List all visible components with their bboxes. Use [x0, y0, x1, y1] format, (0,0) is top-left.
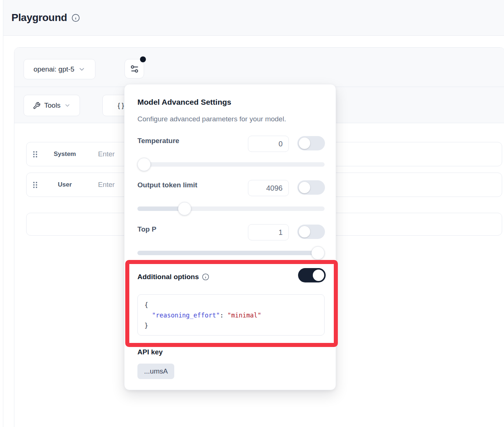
toggle-knob — [299, 182, 310, 193]
top-p-label: Top P — [137, 225, 156, 233]
slider-knob[interactable] — [311, 246, 325, 260]
additional-options-text: Additional options — [137, 273, 199, 281]
drag-handle-icon[interactable] — [32, 181, 38, 189]
model-advanced-settings-button[interactable] — [125, 59, 144, 79]
temperature-slider[interactable] — [137, 158, 325, 171]
wrench-icon — [33, 102, 41, 110]
sliders-icon — [130, 64, 139, 74]
code-line: } — [144, 320, 318, 331]
message-input[interactable]: Enter — [98, 181, 115, 189]
tools-button[interactable]: Tools — [24, 95, 80, 116]
chevron-down-icon — [78, 66, 85, 73]
slider-track — [137, 162, 325, 167]
info-icon[interactable] — [202, 273, 209, 281]
model-toolbar: openai: gpt-5 — [14, 48, 504, 87]
additional-options-json-editor[interactable]: { "reasoning_effort": "minimal" } — [137, 294, 325, 336]
toggle-knob — [299, 226, 310, 237]
slider-fill — [137, 206, 185, 211]
code-line: { — [144, 300, 318, 310]
additional-options-toggle[interactable] — [298, 268, 326, 282]
toggle-knob — [299, 138, 310, 149]
temperature-toggle[interactable] — [297, 136, 325, 150]
toggle-knob — [313, 270, 324, 281]
info-icon[interactable] — [71, 14, 80, 22]
additional-options-label: Additional options — [137, 273, 209, 281]
slider-knob[interactable] — [137, 158, 151, 171]
temperature-label: Temperature — [137, 137, 179, 145]
notification-dot — [140, 56, 146, 62]
output-token-limit-label: Output token limit — [137, 181, 197, 189]
code-line: "reasoning_effort": "minimal" — [144, 310, 318, 320]
top-p-input[interactable] — [248, 224, 289, 240]
output-token-limit-toggle[interactable] — [297, 180, 325, 195]
role-label[interactable]: System — [46, 150, 83, 158]
api-key-value-pill[interactable]: ...umsA — [137, 364, 174, 379]
page-left-border — [3, 0, 3, 427]
slider-knob[interactable] — [178, 202, 191, 215]
api-key-label: API key — [137, 348, 163, 356]
message-input[interactable]: Enter — [98, 150, 115, 158]
output-token-limit-input[interactable] — [248, 180, 289, 196]
popover-title: Model Advanced Settings — [137, 98, 231, 107]
top-p-toggle[interactable] — [297, 225, 325, 239]
model-select-label: openai: gpt-5 — [34, 65, 74, 73]
json-key: "reasoning_effort" — [152, 312, 220, 319]
model-select-button[interactable]: openai: gpt-5 — [24, 59, 95, 79]
output-token-limit-slider[interactable] — [137, 202, 325, 215]
top-p-slider[interactable] — [137, 246, 325, 260]
slider-fill — [137, 251, 325, 255]
temperature-input[interactable] — [248, 136, 289, 152]
page-title: Playground — [11, 12, 67, 24]
model-advanced-settings-popover: Model Advanced Settings Configure advanc… — [124, 84, 336, 390]
chevron-down-icon — [64, 102, 71, 109]
role-label[interactable]: User — [46, 181, 83, 188]
drag-handle-icon[interactable] — [32, 150, 38, 158]
json-value: "minimal" — [227, 312, 261, 319]
tools-button-label: Tools — [44, 101, 60, 110]
app-header: Playground — [3, 0, 504, 36]
popover-subtitle: Configure advanced parameters for your m… — [137, 115, 286, 123]
